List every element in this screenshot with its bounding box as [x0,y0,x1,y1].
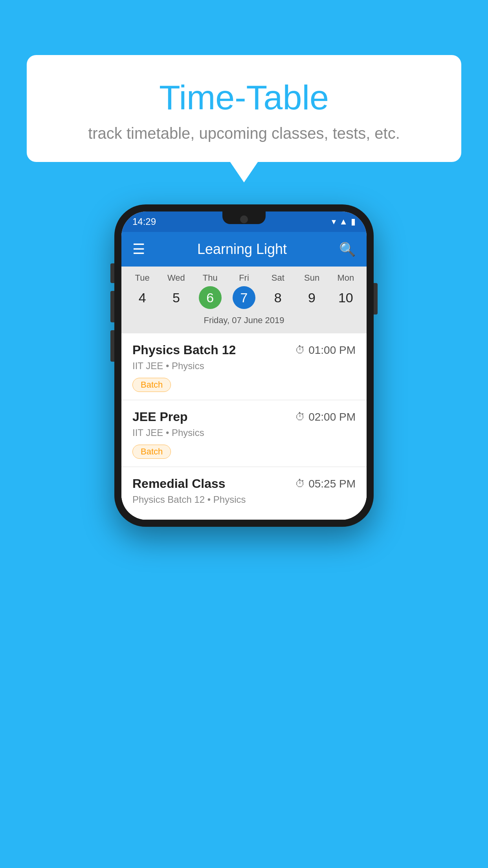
day-col-sat[interactable]: Sat8 [263,273,293,309]
phone-camera [240,215,248,223]
schedule-item-name: JEE Prep [132,410,188,424]
day-number[interactable]: 7 [233,286,255,309]
app-bar: ☰ Learning Light 🔍 [121,232,367,267]
phone-mockup: 14:29 ▾ ▲ ▮ ☰ Learning Light 🔍 Tue4Wed5T… [114,204,374,527]
schedule-item-header: Remedial Class⏱05:25 PM [132,476,356,491]
schedule-item[interactable]: JEE Prep⏱02:00 PMIIT JEE • PhysicsBatch [121,400,367,467]
batch-tag: Batch [132,378,171,392]
schedule-item-name: Remedial Class [132,476,226,491]
schedule-item[interactable]: Remedial Class⏱05:25 PMPhysics Batch 12 … [121,467,367,520]
day-number[interactable]: 10 [334,286,357,309]
calendar-strip: Tue4Wed5Thu6Fri7Sat8Sun9Mon10 Friday, 07… [121,267,367,333]
schedule-item-header: Physics Batch 12⏱01:00 PM [132,343,356,357]
bubble-subtitle: track timetable, upcoming classes, tests… [42,125,446,142]
schedule-item-time: ⏱01:00 PM [295,344,356,357]
menu-icon[interactable]: ☰ [132,242,145,256]
speech-bubble: Time-Table track timetable, upcoming cla… [27,55,461,162]
schedule-item-meta: IIT JEE • Physics [132,360,356,371]
bubble-title: Time-Table [42,79,446,117]
day-col-mon[interactable]: Mon10 [331,273,361,309]
day-col-sun[interactable]: Sun9 [297,273,327,309]
phone-volume-up-button [110,263,114,283]
day-name: Sat [272,273,284,283]
day-number[interactable]: 4 [131,286,154,309]
day-name: Thu [203,273,218,283]
schedule-item-name: Physics Batch 12 [132,343,236,357]
day-name: Sun [304,273,319,283]
speech-bubble-container: Time-Table track timetable, upcoming cla… [27,55,461,162]
day-number[interactable]: 5 [165,286,187,309]
day-col-tue[interactable]: Tue4 [127,273,157,309]
search-icon[interactable]: 🔍 [339,241,356,257]
day-number[interactable]: 8 [266,286,289,309]
schedule-item-meta: IIT JEE • Physics [132,427,356,438]
selected-date: Friday, 07 June 2019 [121,312,367,330]
day-name: Tue [135,273,150,283]
day-col-thu[interactable]: Thu6 [195,273,225,309]
schedule-item-time: ⏱05:25 PM [295,478,356,490]
status-icons: ▾ ▲ ▮ [332,217,356,227]
clock-icon: ⏱ [295,411,305,423]
phone-volume-down-button [110,291,114,322]
phone-silent-button [110,330,114,362]
day-number[interactable]: 9 [301,286,323,309]
phone-screen: 14:29 ▾ ▲ ▮ ☰ Learning Light 🔍 Tue4Wed5T… [121,211,367,520]
day-name: Wed [167,273,185,283]
app-title: Learning Light [154,241,330,257]
content-area: Physics Batch 12⏱01:00 PMIIT JEE • Physi… [121,333,367,520]
signal-icon: ▲ [339,217,348,227]
batch-tag: Batch [132,445,171,459]
phone-power-button [374,283,378,314]
schedule-item[interactable]: Physics Batch 12⏱01:00 PMIIT JEE • Physi… [121,333,367,400]
phone-outer: 14:29 ▾ ▲ ▮ ☰ Learning Light 🔍 Tue4Wed5T… [114,204,374,527]
wifi-icon: ▾ [332,217,336,227]
status-time: 14:29 [132,216,156,227]
days-row: Tue4Wed5Thu6Fri7Sat8Sun9Mon10 [121,273,367,309]
day-name: Mon [337,273,354,283]
schedule-item-meta: Physics Batch 12 • Physics [132,494,356,505]
clock-icon: ⏱ [295,344,305,356]
day-col-wed[interactable]: Wed5 [161,273,191,309]
day-col-fri[interactable]: Fri7 [229,273,259,309]
clock-icon: ⏱ [295,478,305,490]
schedule-item-time: ⏱02:00 PM [295,411,356,423]
battery-icon: ▮ [351,217,356,227]
schedule-item-header: JEE Prep⏱02:00 PM [132,410,356,424]
day-name: Fri [239,273,249,283]
day-number[interactable]: 6 [199,286,222,309]
